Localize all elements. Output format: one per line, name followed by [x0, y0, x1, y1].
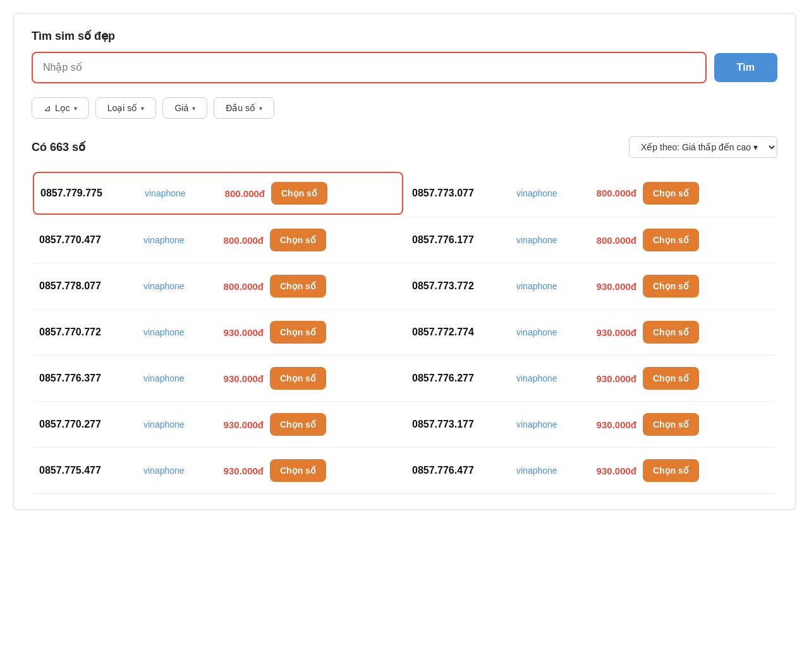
choose-sim-button[interactable]: Chọn số — [643, 413, 699, 436]
sim-row: 0857.776.177 vinaphone 800.000đ Chọn số — [404, 217, 777, 263]
sim-number: 0857.778.077 — [39, 280, 137, 292]
filter-loc-label: Lọc — [55, 103, 70, 113]
sim-row: 0857.776.477 vinaphone 930.000đ Chọn số — [404, 448, 777, 494]
sim-grid: 0857.779.775 vinaphone 800.000đ Chọn số … — [32, 169, 777, 494]
filter-row: ⊿ Lọc ▾ Loại số ▾ Giá ▾ Đầu số ▾ — [32, 97, 777, 119]
sim-price: 800.000đ — [580, 188, 636, 198]
search-row: Tìm — [32, 52, 777, 83]
sim-row: 0857.773.177 vinaphone 930.000đ Chọn số — [404, 402, 777, 448]
sim-price: 930.000đ — [207, 419, 264, 430]
chevron-icon: ▾ — [141, 105, 144, 112]
sim-carrier: vinaphone — [516, 419, 573, 429]
choose-sim-button[interactable]: Chọn số — [270, 321, 326, 344]
choose-sim-button[interactable]: Chọn số — [643, 229, 699, 251]
search-input-wrapper — [32, 52, 707, 83]
sim-number: 0857.775.477 — [39, 465, 137, 476]
search-input[interactable] — [37, 54, 702, 81]
sim-carrier: vinaphone — [143, 419, 200, 429]
sim-number: 0857.773.077 — [412, 188, 510, 199]
sim-carrier: vinaphone — [143, 465, 200, 476]
chevron-icon: ▾ — [74, 105, 77, 112]
sim-row: 0857.773.077 vinaphone 800.000đ Chọn số — [404, 169, 777, 217]
results-count: Có 663 số — [32, 140, 85, 154]
sim-number: 0857.770.277 — [39, 419, 137, 430]
filter-loaiso-button[interactable]: Loại số ▾ — [95, 97, 157, 119]
sim-number: 0857.776.177 — [412, 234, 510, 246]
choose-sim-button[interactable]: Chọn số — [270, 275, 326, 297]
filter-gia-label: Giá — [174, 103, 188, 113]
results-header: Có 663 số Xếp theo: Giá thấp đến cao ▾ — [32, 136, 777, 158]
choose-sim-button[interactable]: Chọn số — [643, 321, 699, 344]
sim-number: 0857.770.477 — [39, 234, 137, 246]
sim-carrier: vinaphone — [516, 281, 573, 291]
sim-price: 800.000đ — [208, 188, 265, 199]
choose-sim-button[interactable]: Chọn số — [270, 459, 326, 482]
sim-number: 0857.776.377 — [39, 373, 137, 384]
sim-row: 0857.779.775 vinaphone 800.000đ Chọn số — [33, 172, 403, 215]
choose-sim-button[interactable]: Chọn số — [270, 413, 326, 436]
sim-carrier: vinaphone — [516, 373, 573, 383]
sim-price: 930.000đ — [580, 281, 636, 292]
filter-dauso-label: Đầu số — [226, 103, 255, 113]
filter-icon: ⊿ — [44, 103, 51, 113]
sim-price: 930.000đ — [207, 373, 264, 384]
sim-carrier: vinaphone — [143, 373, 200, 383]
sim-price: 930.000đ — [580, 327, 636, 338]
sim-price: 930.000đ — [580, 419, 636, 430]
sim-carrier: vinaphone — [516, 188, 573, 198]
choose-sim-button[interactable]: Chọn số — [643, 275, 699, 297]
sim-number: 0857.773.177 — [412, 419, 510, 430]
sim-price: 800.000đ — [580, 235, 636, 246]
sim-carrier: vinaphone — [143, 281, 200, 291]
filter-loc-button[interactable]: ⊿ Lọc ▾ — [32, 97, 89, 119]
sim-row: 0857.775.477 vinaphone 930.000đ Chọn số — [32, 448, 404, 494]
choose-sim-button[interactable]: Chọn số — [270, 229, 326, 251]
sim-price: 800.000đ — [207, 281, 264, 292]
sim-carrier: vinaphone — [143, 327, 200, 337]
sort-dropdown[interactable]: Xếp theo: Giá thấp đến cao ▾ — [629, 136, 777, 158]
sim-price: 930.000đ — [580, 373, 636, 384]
sim-number: 0857.776.277 — [412, 373, 510, 384]
sim-number: 0857.770.772 — [39, 327, 137, 338]
sim-carrier: vinaphone — [516, 465, 573, 476]
sim-carrier: vinaphone — [145, 188, 202, 198]
filter-loaiso-label: Loại số — [107, 103, 138, 113]
filter-dauso-button[interactable]: Đầu số ▾ — [214, 97, 274, 119]
choose-sim-button[interactable]: Chọn số — [643, 459, 699, 482]
choose-sim-button[interactable]: Chọn số — [643, 182, 699, 205]
sim-row: 0857.770.477 vinaphone 800.000đ Chọn số — [32, 217, 404, 263]
sim-row: 0857.770.772 vinaphone 930.000đ Chọn số — [32, 309, 404, 356]
sim-carrier: vinaphone — [516, 235, 573, 245]
sim-price: 930.000đ — [207, 465, 264, 476]
sim-price: 800.000đ — [207, 235, 264, 246]
sim-number: 0857.772.774 — [412, 327, 510, 338]
sim-row: 0857.776.277 vinaphone 930.000đ Chọn số — [404, 356, 777, 402]
sim-row: 0857.773.772 vinaphone 930.000đ Chọn số — [404, 263, 777, 309]
page-title: Tìm sim số đẹp — [32, 29, 777, 43]
choose-sim-button[interactable]: Chọn số — [643, 367, 699, 390]
sim-number: 0857.779.775 — [40, 188, 138, 199]
choose-sim-button[interactable]: Chọn số — [270, 367, 326, 390]
sim-carrier: vinaphone — [516, 327, 573, 337]
sim-price: 930.000đ — [580, 465, 636, 476]
sim-row: 0857.776.377 vinaphone 930.000đ Chọn số — [32, 356, 404, 402]
search-button[interactable]: Tìm — [714, 53, 777, 82]
sim-carrier: vinaphone — [143, 235, 200, 245]
chevron-icon: ▾ — [259, 105, 262, 112]
main-container: Tìm sim số đẹp Tìm ⊿ Lọc ▾ Loại số ▾ Giá… — [13, 13, 796, 510]
sim-number: 0857.773.772 — [412, 280, 510, 292]
sim-row: 0857.778.077 vinaphone 800.000đ Chọn số — [32, 263, 404, 309]
choose-sim-button[interactable]: Chọn số — [271, 182, 327, 205]
sim-row: 0857.772.774 vinaphone 930.000đ Chọn số — [404, 309, 777, 356]
sim-number: 0857.776.477 — [412, 465, 510, 476]
sim-price: 930.000đ — [207, 327, 264, 338]
chevron-icon: ▾ — [192, 105, 195, 112]
filter-gia-button[interactable]: Giá ▾ — [162, 97, 207, 119]
sim-row: 0857.770.277 vinaphone 930.000đ Chọn số — [32, 402, 404, 448]
